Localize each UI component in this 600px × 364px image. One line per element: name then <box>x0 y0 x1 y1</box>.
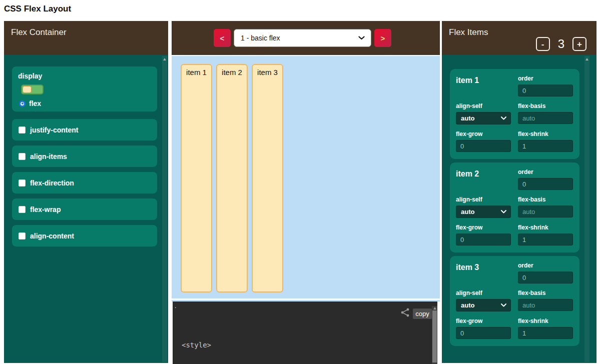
share-icon[interactable] <box>400 308 410 318</box>
align-self-label: align-self <box>456 196 511 203</box>
flex-basis-label: flex-basis <box>518 196 573 203</box>
flex-basis-input[interactable] <box>518 299 573 311</box>
chevron-down-icon <box>501 304 506 307</box>
flex-container-header: Flex Container <box>4 21 168 55</box>
item-2-card: item 2 order align-self auto flex-basis <box>450 162 579 252</box>
property-card-align-items[interactable]: align-items <box>12 146 157 167</box>
flex-shrink-input[interactable] <box>518 140 573 152</box>
scrollbar[interactable] <box>584 56 589 362</box>
property-label: justify-content <box>30 126 78 134</box>
checkbox-icon[interactable] <box>19 206 26 213</box>
flex-shrink-input[interactable] <box>518 234 573 246</box>
flex-basis-input[interactable] <box>518 112 573 124</box>
property-label: flex-direction <box>30 179 74 187</box>
chevron-down-icon <box>358 36 365 40</box>
flex-grow-input[interactable] <box>456 327 511 339</box>
flex-grow-label: flex-grow <box>456 130 511 138</box>
property-card-flex-wrap[interactable]: flex-wrap <box>12 198 157 220</box>
code-caret-dot: . <box>175 302 176 310</box>
example-select[interactable]: 1 - basic flex <box>234 29 371 47</box>
scroll-up-arrow-icon <box>585 58 588 60</box>
scrollbar[interactable] <box>162 56 167 362</box>
scroll-up-arrow-icon <box>163 58 166 60</box>
checkbox-icon[interactable] <box>19 232 26 240</box>
flex-shrink-label: flex-shrink <box>518 130 573 138</box>
flex-item-2: item 2 <box>216 64 248 292</box>
flex-grow-input[interactable] <box>456 140 511 152</box>
item-card-title: item 3 <box>456 262 511 284</box>
property-card-justify-content[interactable]: justify-content <box>12 119 157 140</box>
flex-items-panel: Flex Items - 3 + item 1 order align-self… <box>442 21 596 363</box>
item-count-stepper: - 3 + <box>536 37 586 51</box>
chevron-down-icon <box>501 116 506 120</box>
code-area: . <style> .flex-container { display: fle… <box>173 302 437 364</box>
next-example-button[interactable]: > <box>374 29 391 47</box>
copy-button[interactable]: copy <box>413 308 432 319</box>
flex-container-body: display flex justify-content align-items… <box>4 55 168 363</box>
flex-grow-label: flex-grow <box>456 224 511 231</box>
toggle-knob-icon <box>23 86 32 93</box>
item-1-card: item 1 order align-self auto flex-basis <box>450 69 579 159</box>
property-label: align-content <box>30 232 74 240</box>
item-card-title: item 1 <box>456 75 511 96</box>
flex-container-panel: Flex Container display flex justify-cont… <box>4 21 168 363</box>
scrollbar-thumb[interactable] <box>432 310 437 362</box>
align-self-label: align-self <box>456 290 511 296</box>
align-self-select[interactable]: auto <box>456 206 511 218</box>
scroll-up-arrow-icon <box>433 307 436 310</box>
align-self-select[interactable]: auto <box>456 112 511 124</box>
property-label: align-items <box>30 152 67 160</box>
flex-item-1: item 1 <box>181 64 212 292</box>
item-card-title: item 2 <box>456 168 511 190</box>
checkbox-icon[interactable] <box>19 180 26 186</box>
flex-items-title: Flex Items <box>449 28 488 38</box>
order-input[interactable] <box>518 272 573 284</box>
flex-items-body: item 1 order align-self auto flex-basis <box>442 55 596 363</box>
code-scrollbar[interactable] <box>432 306 437 364</box>
flex-shrink-label: flex-shrink <box>518 318 573 324</box>
preview-column: < 1 - basic flex > item 1 item 2 item 3 … <box>172 21 440 364</box>
align-self-value: auto <box>456 114 501 122</box>
example-select-value: 1 - basic flex <box>234 34 358 42</box>
align-self-select[interactable]: auto <box>456 299 511 312</box>
property-card-align-content[interactable]: align-content <box>12 225 157 246</box>
flex-shrink-label: flex-shrink <box>518 224 573 231</box>
flex-grow-input[interactable] <box>456 234 511 246</box>
flex-grow-label: flex-grow <box>456 318 511 324</box>
display-card: display flex <box>12 66 157 112</box>
flex-basis-input[interactable] <box>518 206 573 218</box>
align-self-value: auto <box>456 208 501 216</box>
display-toggle[interactable] <box>21 84 44 94</box>
flex-shrink-input[interactable] <box>518 327 573 339</box>
prev-example-button[interactable]: < <box>214 29 231 47</box>
chevron-down-icon <box>501 210 506 214</box>
preview-header: < 1 - basic flex > <box>172 21 440 55</box>
item-count: 3 <box>558 37 564 51</box>
item-3-card: item 3 order align-self auto flex-basis <box>450 256 579 346</box>
flex-basis-label: flex-basis <box>518 290 573 296</box>
decrease-items-button[interactable]: - <box>536 37 550 51</box>
code-line: <style> <box>182 340 262 350</box>
order-input[interactable] <box>518 84 573 96</box>
display-option-row: flex <box>19 100 41 108</box>
page-title: CSS Flex Layout <box>4 4 71 14</box>
checkbox-icon[interactable] <box>19 153 26 160</box>
order-input[interactable] <box>518 178 573 190</box>
increase-items-button[interactable]: + <box>572 37 586 51</box>
flex-items-header: Flex Items - 3 + <box>442 21 596 55</box>
flex-container-title: Flex Container <box>11 28 67 38</box>
property-label: flex-wrap <box>30 206 61 214</box>
checkbox-icon[interactable] <box>19 126 26 134</box>
flex-basis-label: flex-basis <box>518 102 573 110</box>
flex-radio[interactable] <box>19 100 26 107</box>
order-label: order <box>518 262 573 269</box>
align-self-label: align-self <box>456 102 511 110</box>
order-label: order <box>518 168 573 176</box>
code-text: <style> .flex-container { display: flex; <box>182 322 262 364</box>
order-label: order <box>518 75 573 82</box>
flex-radio-label: flex <box>29 100 41 108</box>
flex-item-3: item 3 <box>252 64 283 292</box>
property-card-flex-direction[interactable]: flex-direction <box>12 172 157 194</box>
display-label: display <box>18 72 42 80</box>
align-self-value: auto <box>456 302 501 309</box>
